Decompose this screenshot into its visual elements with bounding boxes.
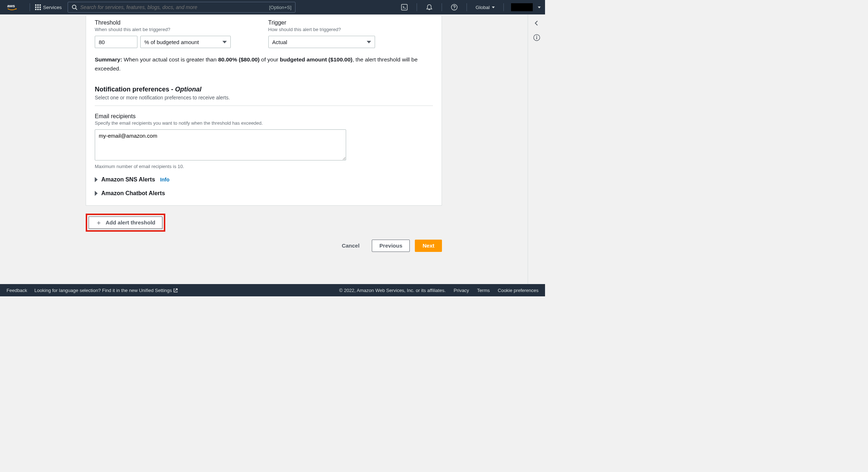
- services-menu[interactable]: Services: [35, 4, 62, 10]
- lang-hint: Looking for language selection? Find it …: [34, 288, 178, 293]
- svg-point-6: [454, 9, 455, 9]
- email-recipients-input[interactable]: [95, 129, 346, 160]
- external-link-icon: [173, 288, 178, 293]
- account-name-redacted[interactable]: [511, 3, 533, 11]
- aws-logo[interactable]: aws: [4, 0, 25, 14]
- svg-rect-9: [536, 37, 537, 39]
- cloudshell-icon[interactable]: [397, 0, 412, 14]
- svg-point-8: [536, 36, 537, 37]
- copyright: © 2022, Amazon Web Services, Inc. or its…: [339, 288, 446, 293]
- search-input[interactable]: [80, 4, 269, 10]
- threshold-help: When should this alert be triggered?: [95, 27, 260, 32]
- nav-divider: [467, 3, 467, 11]
- caret-right-icon: [95, 191, 98, 196]
- collapse-rail-button[interactable]: [532, 18, 542, 28]
- email-help: Specify the email recipients you want to…: [95, 120, 433, 126]
- right-rail: [528, 14, 545, 284]
- notifications-icon[interactable]: [422, 0, 437, 14]
- email-label: Email recipients: [95, 113, 433, 120]
- chevron-down-icon: [222, 41, 227, 43]
- svg-text:aws: aws: [7, 4, 15, 8]
- add-alert-threshold-label: Add alert threshold: [106, 219, 156, 226]
- services-label: Services: [43, 5, 62, 10]
- email-hint: Maximum number of email recipients is 10…: [95, 164, 433, 169]
- trigger-select[interactable]: Actual: [268, 36, 375, 48]
- feedback-link[interactable]: Feedback: [7, 288, 27, 293]
- alert-config-panel: Threshold When should this alert be trig…: [86, 16, 442, 206]
- add-threshold-highlight: ＋ Add alert threshold: [86, 214, 165, 232]
- svg-line-10: [175, 288, 178, 291]
- chevron-down-icon: [492, 7, 495, 8]
- alert-summary: Summary: When your actual cost is greate…: [95, 55, 433, 73]
- region-selector[interactable]: Global: [472, 5, 498, 10]
- search-icon: [72, 4, 77, 10]
- region-label: Global: [476, 5, 490, 10]
- grid-icon: [35, 4, 41, 10]
- divider: [95, 106, 433, 106]
- sns-alerts-label: Amazon SNS Alerts: [101, 176, 155, 183]
- terms-link[interactable]: Terms: [477, 288, 490, 293]
- svg-point-1: [72, 5, 76, 9]
- page-footer: Feedback Looking for language selection?…: [0, 284, 545, 296]
- next-button[interactable]: Next: [415, 240, 442, 252]
- caret-right-icon: [95, 177, 98, 182]
- threshold-unit-select[interactable]: % of budgeted amount: [140, 36, 231, 48]
- add-alert-threshold-button[interactable]: ＋ Add alert threshold: [89, 216, 162, 229]
- trigger-value: Actual: [272, 39, 288, 45]
- svg-line-2: [76, 8, 77, 10]
- chatbot-alerts-expander[interactable]: Amazon Chatbot Alerts: [95, 190, 433, 197]
- cookie-prefs-link[interactable]: Cookie preferences: [498, 288, 539, 293]
- threshold-value-input[interactable]: [95, 36, 137, 48]
- wizard-footer-buttons: Cancel Previous Next: [86, 240, 442, 252]
- nav-divider: [417, 3, 417, 11]
- top-nav: aws Services [Option+S] Global: [0, 0, 545, 14]
- nav-divider: [503, 3, 504, 11]
- nav-divider: [442, 3, 442, 11]
- trigger-help: How should this alert be triggered?: [268, 27, 433, 32]
- info-rail-button[interactable]: [532, 33, 542, 43]
- chevron-down-icon: [538, 7, 541, 8]
- global-search[interactable]: [Option+S]: [68, 2, 295, 13]
- nav-divider: [30, 3, 30, 11]
- plus-icon: ＋: [95, 218, 102, 227]
- search-shortcut: [Option+S]: [269, 5, 292, 10]
- previous-button[interactable]: Previous: [372, 240, 410, 252]
- privacy-link[interactable]: Privacy: [454, 288, 469, 293]
- threshold-label: Threshold: [95, 20, 260, 26]
- help-icon[interactable]: [447, 0, 461, 14]
- sns-alerts-expander[interactable]: Amazon SNS Alerts Info: [95, 176, 433, 183]
- chatbot-alerts-label: Amazon Chatbot Alerts: [101, 190, 165, 197]
- trigger-label: Trigger: [268, 20, 433, 26]
- cancel-button[interactable]: Cancel: [335, 240, 367, 252]
- notification-prefs-desc: Select one or more notification preferen…: [95, 95, 433, 100]
- chevron-down-icon: [367, 41, 371, 43]
- unified-settings-link[interactable]: Unified Settings: [139, 288, 178, 293]
- threshold-unit-value: % of budgeted amount: [144, 39, 199, 45]
- sns-info-link[interactable]: Info: [160, 177, 170, 183]
- notification-prefs-heading: Notification preferences - Optional: [95, 86, 433, 93]
